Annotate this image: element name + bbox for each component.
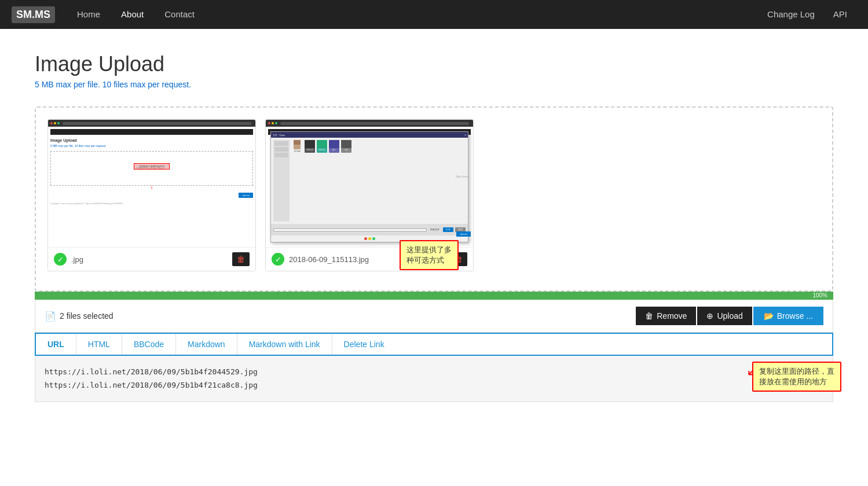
nav-home[interactable]: Home [67, 0, 111, 29]
link-tabs: URL HTML BBCode Markdown Markdown with L… [35, 333, 833, 356]
mini-dialog-footer: 所有文件 打开 取消 [271, 224, 468, 235]
page-subtitle: 5 MB max per file. 10 files max per requ… [35, 80, 833, 89]
check-icon-1: ✓ [54, 253, 67, 266]
progress-bar: 100% [35, 292, 833, 300]
remove-button[interactable]: 🗑 Remove [636, 307, 696, 325]
annotation-text-1: 这里提供了多种可选方式 [406, 245, 452, 264]
mini-page-title: Image Upload [50, 138, 253, 142]
files-here-text: files here ... [456, 175, 471, 178]
mini-browser-bar-2 [266, 120, 473, 127]
browse-label: Browse ... [777, 311, 813, 321]
delete-btn-1[interactable]: 🗑 [232, 252, 250, 266]
navbar: SM.MS Home About Contact Change Log API [0, 0, 868, 29]
mini-file-2: 2018-06 [317, 140, 327, 153]
bottom-bar: 📄 2 files selected 🗑 Remove ⊕ Upload 📂 B… [35, 300, 833, 333]
url-line-2: https://i.loli.net/2018/06/09/5b1b4f21ca… [45, 378, 823, 392]
mini-browser-body: Image Upload 5 MB max per file. 10 files… [48, 127, 255, 247]
upload-label: Upload [717, 311, 742, 321]
mini-browser-bar [48, 120, 255, 127]
annotation-box-1: 这里提供了多种可选方式 [400, 240, 459, 270]
annotation-text-2: 复制这里面的路径，直接放在需使用的地方 [759, 367, 834, 386]
progress-label: 100% [812, 292, 827, 300]
tab-markdown[interactable]: Markdown [176, 334, 237, 355]
browse-button[interactable]: 📂 Browse ... [753, 307, 823, 325]
remove-label: Remove [657, 311, 687, 321]
thumb-footer-left-2: ✓ 2018-06-09_115113.jpg [272, 253, 369, 266]
check-icon-2: ✓ [272, 253, 284, 266]
mini-drag-area: 这里提供了多种可选方式 Drag & drop files here ... ↓ [50, 151, 253, 186]
mini-browser-2: 文件 - Open ✕ [266, 120, 473, 247]
tab-markdown-link[interactable]: Markdown with Link [237, 334, 332, 355]
thumb-img-2: 文件 - Open ✕ [266, 120, 473, 247]
filename-2: 2018-06-09_115113.jpg [289, 255, 369, 264]
nav-changelog[interactable]: Change Log [758, 0, 824, 29]
nav-brand[interactable]: SM.MS [12, 6, 55, 23]
url-output: https://i.loli.net/2018/06/09/5b1b4f2044… [35, 356, 833, 402]
mini-browser-body-2: 文件 - Open ✕ [266, 127, 473, 247]
nav-links: Home About Contact [67, 0, 758, 29]
nav-right: Change Log API [758, 0, 856, 29]
thumb-footer-left-1: ✓ .jpg [54, 253, 83, 266]
main-content: Image Upload 5 MB max per file. 10 files… [0, 29, 868, 425]
mini-open-btn: 打开 [443, 227, 453, 232]
tab-html[interactable]: HTML [76, 334, 122, 355]
mini-browser-1: Image Upload 5 MB max per file. 10 files… [48, 120, 255, 247]
thumb-img-1: Image Upload 5 MB max per file. 10 files… [48, 120, 255, 247]
thumb-card-1: Image Upload 5 MB max per file. 10 files… [47, 119, 256, 271]
mini-dialog-content: 照片.jpg 2018-06 [291, 140, 466, 222]
mini-annotation: 这里提供了多种可选方式 [134, 163, 170, 170]
mini-nav [50, 129, 253, 135]
mini-dialog-sidebar [273, 140, 290, 222]
mini-dialog: 文件 - Open ✕ [270, 131, 468, 242]
filename-1: .jpg [71, 255, 83, 264]
mini-dialog-body: 照片.jpg 2018-06 [271, 138, 468, 224]
upload-button[interactable]: ⊕ Upload [697, 307, 752, 325]
mini-dialog-bar: 文件 - Open ✕ [271, 132, 468, 138]
action-buttons: 🗑 Remove ⊕ Upload 📂 Browse ... [636, 307, 823, 325]
upload-icon: ⊕ [706, 311, 713, 321]
mini-file-4: test [341, 140, 351, 153]
mini-file-3: 图片 [329, 140, 339, 153]
mini-arrow: ↓ [151, 183, 153, 190]
trash-icon: 🗑 [645, 311, 653, 321]
mini-upload-btn-2: Upload [456, 231, 471, 237]
mini-page-subtitle: 5 MB max per file. 10 files max per requ… [50, 144, 253, 148]
tab-delete-link[interactable]: Delete Link [332, 334, 396, 355]
annotation-box-2: 复制这里面的路径，直接放在需使用的地方 [752, 362, 841, 392]
files-selected: 📄 2 files selected [45, 311, 629, 322]
url-line-1: https://i.loli.net/2018/06/09/5b1b4f2044… [45, 365, 823, 378]
nav-api[interactable]: API [824, 0, 856, 29]
mini-upload-btn: Upload [239, 193, 253, 198]
tab-url[interactable]: URL [36, 334, 76, 355]
nav-about[interactable]: About [111, 0, 154, 29]
page-title: Image Upload [35, 52, 833, 76]
upload-section: Image Upload 5 MB max per file. 10 files… [35, 106, 833, 333]
file-icon: 📄 [45, 311, 56, 322]
tab-bbcode[interactable]: BBCode [122, 334, 176, 355]
link-section: URL HTML BBCode Markdown Markdown with L… [35, 333, 833, 402]
nav-contact[interactable]: Contact [154, 0, 205, 29]
mini-file-1: 2018-06 [305, 140, 315, 153]
thumb-footer-1: ✓ .jpg 🗑 [48, 247, 255, 271]
files-selected-label: 2 files selected [60, 311, 113, 321]
browse-icon: 📂 [764, 311, 774, 321]
